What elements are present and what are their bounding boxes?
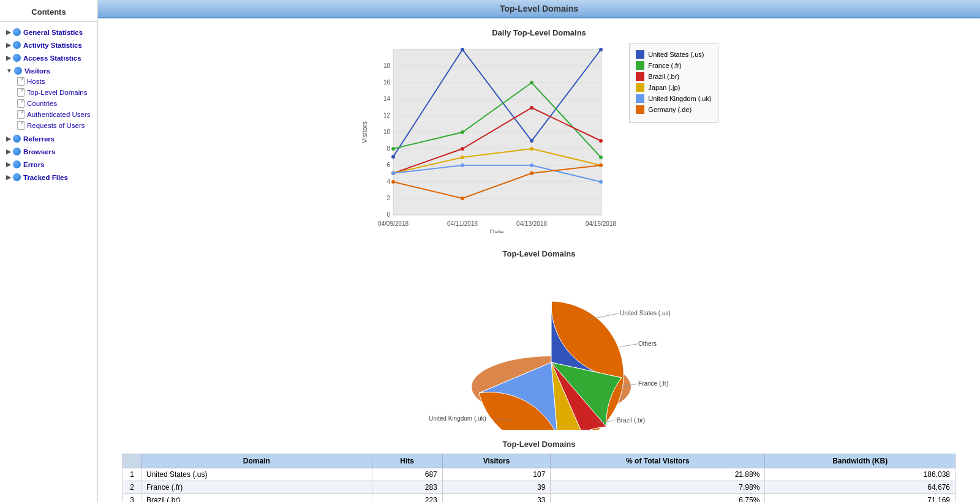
legend-color-us	[636, 50, 644, 59]
expand-icon-visitors: ▼	[6, 67, 12, 74]
globe-icon-access	[13, 54, 21, 62]
expand-icon-ref: ▶	[6, 135, 11, 142]
sidebar-label-access: Access Statistics	[23, 54, 81, 62]
table-body: 1 United States (.us) 687 107 21.88% 186…	[123, 468, 956, 503]
table-title: Top-Level Domains	[98, 440, 980, 449]
legend-item-br: Brazil (.br)	[636, 72, 711, 81]
cell-domain: Brazil (.br)	[141, 494, 372, 503]
sidebar-item-general-statistics[interactable]: ▶ General Statistics	[4, 27, 94, 37]
pie-chart-section: United States (.us) France (.fr) Brazil …	[98, 264, 980, 430]
sidebar-section-tracked: ▶ Tracked Files	[0, 171, 97, 184]
globe-icon-visitors	[14, 67, 22, 75]
doc-icon-tld	[17, 88, 24, 97]
data-table-wrap: Domain Hits Visitors % of Total Visitors…	[116, 454, 962, 502]
svg-point-28	[391, 155, 395, 159]
cell-hits: 283	[372, 481, 442, 494]
svg-text:United States (.us): United States (.us)	[620, 310, 671, 317]
cell-pct: 21.88%	[551, 468, 765, 481]
line-chart-svg: 0 2 4 6 8 10 12 14 16 18 Visitors 04/09/…	[360, 43, 617, 233]
sidebar-item-top-level-domains[interactable]: Top-Level Domains	[15, 87, 94, 98]
legend-label-jp: Japan (.jp)	[648, 84, 680, 91]
legend-label-us: United States (.us)	[648, 51, 704, 58]
col-rank	[123, 454, 141, 468]
table-row: 2 France (.fr) 283 39 7.98% 64,676	[123, 481, 956, 494]
tld-table: Domain Hits Visitors % of Total Visitors…	[123, 454, 956, 502]
col-visitors: Visitors	[442, 454, 551, 468]
cell-visitors: 107	[442, 468, 551, 481]
svg-text:04/11/2018: 04/11/2018	[447, 220, 478, 227]
pie-chart-title: Top-Level Domains	[98, 249, 980, 258]
expand-icon-activity: ▶	[6, 42, 11, 48]
svg-line-63	[619, 344, 637, 347]
legend-item-fr: France (.fr)	[636, 61, 711, 70]
svg-point-47	[599, 180, 603, 184]
cell-hits: 687	[372, 468, 442, 481]
legend-color-jp	[636, 83, 644, 92]
col-pct: % of Total Visitors	[551, 454, 765, 468]
sidebar-item-browsers[interactable]: ▶ Browsers	[4, 146, 94, 157]
pie-chart-svg: United States (.us) France (.fr) Brazil …	[380, 264, 698, 430]
doc-icon-req	[17, 121, 24, 130]
svg-point-29	[461, 48, 464, 51]
legend-color-fr	[636, 61, 644, 70]
sidebar-item-requests-users[interactable]: Requests of Users	[15, 120, 94, 131]
globe-icon-browsers	[13, 148, 21, 155]
sidebar-label-visitors: Visitors	[24, 67, 50, 75]
sidebar-item-tracked-files[interactable]: ▶ Tracked Files	[4, 172, 94, 182]
svg-text:Visitors: Visitors	[361, 121, 368, 143]
table-row: 3 Brazil (.br) 223 33 6.75% 71,169	[123, 494, 956, 503]
svg-point-51	[599, 163, 603, 167]
sidebar-section-errors: ▶ Errors	[0, 158, 97, 171]
svg-point-44	[391, 171, 395, 175]
svg-point-37	[461, 147, 464, 151]
table-row: 1 United States (.us) 687 107 21.88% 186…	[123, 468, 956, 481]
sidebar-label-errors: Errors	[23, 161, 45, 168]
cell-hits: 223	[372, 494, 442, 503]
expand-icon-browsers: ▶	[6, 148, 11, 155]
svg-text:10: 10	[383, 129, 391, 135]
svg-text:United Kingdom (.uk): United Kingdom (.uk)	[429, 415, 486, 422]
line-chart: 0 2 4 6 8 10 12 14 16 18 Visitors 04/09/…	[360, 43, 617, 239]
legend-color-br	[636, 72, 644, 81]
sidebar-title: Contents	[0, 5, 97, 22]
sidebar-item-access-statistics[interactable]: ▶ Access Statistics	[4, 53, 94, 63]
sidebar-label-auth: Authenticated Users	[27, 111, 91, 118]
sidebar-visitors-children: Hosts Top-Level Domains Countries Authen…	[4, 76, 94, 131]
sidebar-label-tracked: Tracked Files	[23, 174, 68, 181]
svg-point-31	[599, 48, 603, 51]
sidebar-item-hosts[interactable]: Hosts	[15, 76, 94, 87]
svg-point-35	[599, 155, 603, 159]
svg-point-30	[530, 139, 533, 143]
svg-text:6: 6	[387, 162, 391, 168]
sidebar-label-tld: Top-Level Domains	[27, 89, 87, 96]
sidebar-item-referrers[interactable]: ▶ Referrers	[4, 133, 94, 144]
legend-color-de	[636, 105, 644, 114]
svg-text:04/13/2018: 04/13/2018	[516, 220, 547, 227]
doc-icon-auth	[17, 110, 24, 119]
legend-item-uk: United Kingdom (.uk)	[636, 94, 711, 103]
legend-label-uk: United Kingdom (.uk)	[648, 95, 711, 102]
sidebar-item-activity-statistics[interactable]: ▶ Activity Statistics	[4, 40, 94, 50]
sidebar-label-general: General Statistics	[23, 29, 83, 36]
sidebar-section-referrers: ▶ Referrers	[0, 132, 97, 145]
cell-rank: 3	[123, 494, 141, 503]
cell-pct: 6.75%	[551, 494, 765, 503]
svg-point-45	[461, 163, 464, 167]
legend-label-br: Brazil (.br)	[648, 73, 679, 80]
sidebar-item-visitors[interactable]: ▼ Visitors	[4, 66, 94, 76]
cell-bandwidth: 64,676	[765, 481, 956, 494]
svg-text:04/09/2018: 04/09/2018	[378, 220, 409, 227]
sidebar-section-activity: ▶ Activity Statistics	[0, 39, 97, 51]
legend-item-jp: Japan (.jp)	[636, 83, 711, 92]
svg-point-33	[461, 130, 464, 134]
sidebar-item-auth-users[interactable]: Authenticated Users	[15, 109, 94, 120]
sidebar-item-countries[interactable]: Countries	[15, 98, 94, 109]
legend-item-de: Germany (.de)	[636, 105, 711, 114]
legend-item-us: United States (.us)	[636, 50, 711, 59]
cell-domain: France (.fr)	[141, 481, 372, 494]
svg-point-48	[391, 180, 395, 184]
sidebar-section-browsers: ▶ Browsers	[0, 145, 97, 158]
sidebar-label-hosts: Hosts	[27, 78, 45, 85]
globe-icon	[13, 28, 21, 36]
sidebar-item-errors[interactable]: ▶ Errors	[4, 159, 94, 170]
